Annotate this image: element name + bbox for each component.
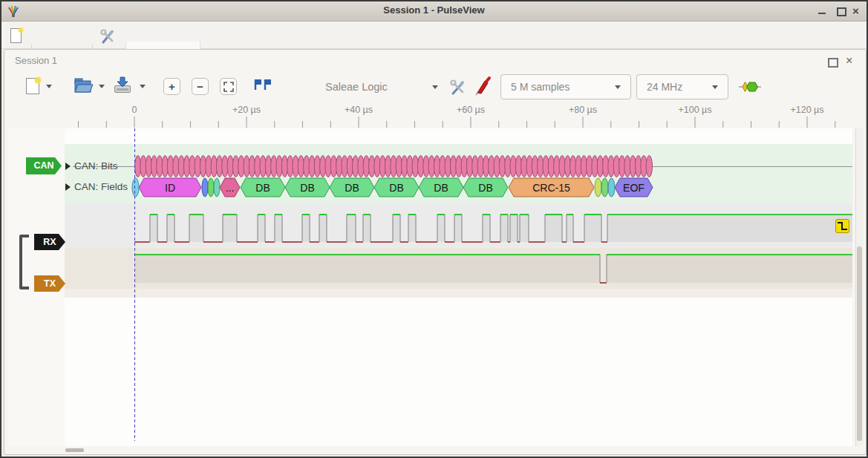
add-decoder-icon[interactable]: [739, 80, 761, 94]
zoom-fit-button[interactable]: [220, 78, 237, 95]
save-file-icon[interactable]: [113, 76, 133, 95]
ruler-label: +100 µs: [678, 105, 711, 115]
decoder-tag-can[interactable]: CAN: [26, 157, 62, 174]
window-title: Session 1 - PulseView: [1, 4, 867, 16]
show-cursors-flags-icon[interactable]: [252, 78, 272, 91]
vertical-scrollbar-handle[interactable]: [857, 246, 862, 441]
device-select-value: Saleae Logic: [325, 81, 388, 93]
minimize-icon[interactable]: [818, 13, 826, 14]
channels-probe-icon[interactable]: [475, 76, 493, 96]
zoom-fit-icon: [223, 82, 234, 92]
falling-edge-icon: [836, 220, 849, 232]
ruler-label: 0: [132, 105, 137, 115]
expander-icon[interactable]: [65, 183, 71, 191]
title-bar[interactable]: Session 1 - PulseView ×: [1, 1, 867, 22]
ruler-label: +60 µs: [457, 105, 485, 115]
rx-band: [65, 203, 852, 248]
open-file-dropdown-arrow[interactable]: [99, 85, 105, 88]
subwindow-close-icon[interactable]: ×: [846, 54, 852, 68]
maximize-icon[interactable]: [837, 7, 846, 16]
tx-band-lower-strip: [65, 289, 852, 298]
save-file-dropdown-arrow[interactable]: [140, 85, 146, 88]
channel-group-bracket[interactable]: [19, 235, 29, 289]
new-file-icon[interactable]: [24, 76, 43, 96]
horizontal-scrollbar-handle[interactable]: [65, 448, 84, 452]
zoom-in-button[interactable]: +: [163, 78, 180, 95]
subwindow-title: Session 1: [15, 55, 57, 66]
device-select-arrow: [432, 85, 438, 89]
ruler-label: +80 µs: [569, 105, 597, 115]
zoom-out-button[interactable]: −: [192, 78, 209, 95]
new-file-dropdown-arrow[interactable]: [46, 85, 52, 88]
new-session-icon[interactable]: [9, 27, 25, 45]
sample-count-arrow: [615, 85, 621, 89]
sample-count-select[interactable]: 5 M samples: [500, 74, 631, 99]
sample-rate-value: 24 MHz: [647, 81, 682, 93]
sample-count-value: 5 M samples: [511, 81, 570, 93]
ruler-label: +120 µs: [790, 105, 823, 115]
sample-rate-arrow: [712, 85, 718, 89]
ruler-label: +40 µs: [345, 105, 373, 115]
open-file-icon[interactable]: [73, 76, 94, 94]
close-icon[interactable]: ×: [852, 4, 859, 17]
tx-band: [65, 248, 852, 289]
expander-icon[interactable]: [65, 163, 71, 170]
settings-wrench-icon[interactable]: [99, 28, 116, 45]
device-select[interactable]: Saleae Logic: [313, 76, 446, 98]
ruler-label: +20 µs: [232, 105, 261, 115]
main-toolbar: Run Session 1 ×: [1, 22, 867, 49]
decoder-row-fields-label[interactable]: CAN: Fields: [74, 181, 128, 192]
decoder-band: [65, 144, 852, 203]
device-config-wrench-icon[interactable]: [449, 79, 467, 96]
subwindow-restore-icon[interactable]: [828, 58, 838, 68]
trigger-marker[interactable]: [835, 219, 849, 233]
sample-rate-select[interactable]: 24 MHz: [636, 74, 728, 99]
decoder-row-bits-label[interactable]: CAN: Bits: [74, 160, 118, 171]
pulseview-window: Session 1 - PulseView × Run Session 1 ×: [0, 0, 868, 458]
